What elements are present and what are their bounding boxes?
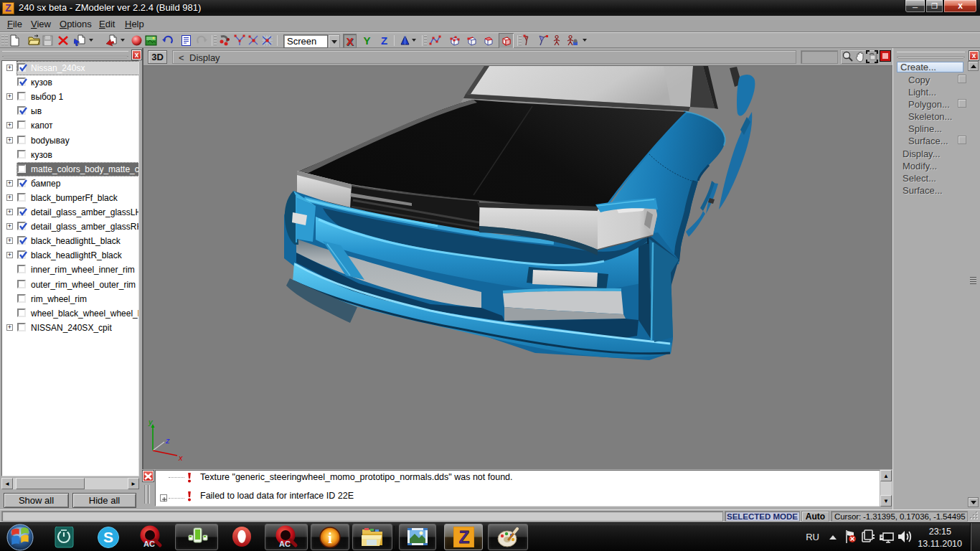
svg-text:S: S [103, 529, 113, 545]
svg-text:AC: AC [143, 540, 155, 548]
svg-text:x: x [178, 453, 183, 462]
svg-text:z: z [165, 436, 170, 445]
svg-text:Z: Z [459, 527, 470, 547]
svg-text:i: i [328, 530, 332, 546]
svg-text:AC: AC [279, 540, 291, 548]
